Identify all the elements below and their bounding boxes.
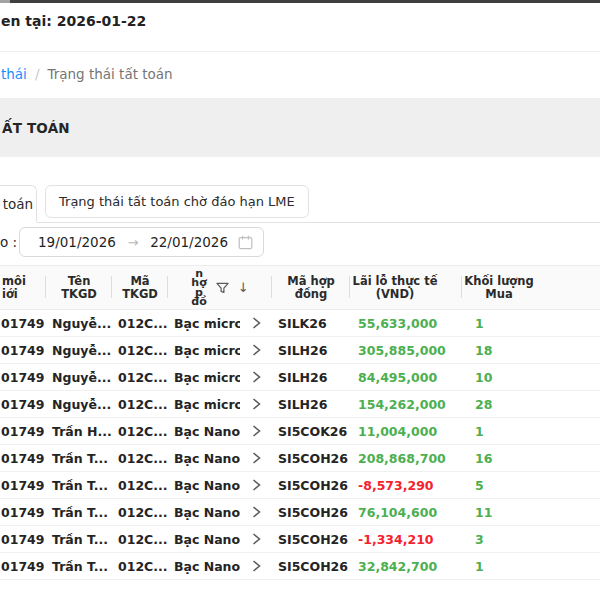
table-row: 01749Nguyễ...012C...Bạc micro ...SILH261…: [0, 391, 600, 418]
column-header-ten-hop-dong[interactable]: n hợ p đồ ↓: [168, 265, 272, 310]
expand-row-chevron-icon[interactable]: [252, 425, 261, 437]
cell-ten-tkgd: Trần T...: [46, 532, 112, 547]
cell-lai-lo-thuc-te: 11,004,000: [350, 424, 462, 439]
cell-lai-lo-thuc-te: 305,885,000: [350, 343, 462, 358]
cell-ten-tkgd: Trần T...: [46, 478, 112, 493]
expand-row-chevron-icon[interactable]: [252, 560, 261, 572]
cell-broker-code: 01749: [0, 505, 46, 520]
cell-expand: [240, 452, 272, 464]
from-date-input[interactable]: 19/01/2026: [38, 234, 116, 250]
date-range-picker[interactable]: 19/01/2026 → 22/01/2026: [19, 227, 264, 257]
window-top-bar-accent: [0, 0, 10, 3]
expand-row-chevron-icon[interactable]: [252, 398, 261, 410]
cell-ten-hop-dong: Bạc Nano ...: [168, 532, 240, 547]
cell-ten-hop-dong: Bạc micro ...: [168, 343, 240, 358]
cell-ten-tkgd: Trần T...: [46, 451, 112, 466]
cell-ma-tkgd: 012C...: [112, 532, 168, 547]
cell-khoi-luong-mua: 16: [462, 451, 600, 466]
column-header-khoi-luong-mua: Khối lượng Mua: [462, 265, 600, 310]
cell-ten-hop-dong: Bạc Nano ...: [168, 559, 240, 574]
cell-expand: [240, 371, 272, 383]
cell-ma-hop-dong: SILH26: [272, 370, 350, 385]
table-row: 01749Nguyễ...012C...Bạc micro ...SILK265…: [0, 310, 600, 337]
breadcrumb: thái / Trạng thái tất toán: [1, 66, 173, 82]
cell-broker-code: 01749: [0, 424, 46, 439]
cell-ma-tkgd: 012C...: [112, 478, 168, 493]
column-header-broker: môi iới: [0, 265, 46, 310]
expand-row-chevron-icon[interactable]: [252, 317, 261, 329]
column-header-ma-hop-dong: Mã hợp đồng: [272, 265, 350, 310]
tab-trang-thai-tat-toan[interactable]: toán: [0, 185, 37, 222]
breadcrumb-separator: /: [35, 66, 40, 82]
cell-lai-lo-thuc-te: 76,104,600: [350, 505, 462, 520]
cell-ma-tkgd: 012C...: [112, 424, 168, 439]
expand-row-chevron-icon[interactable]: [252, 479, 261, 491]
cell-ma-hop-dong: SI5COH26: [272, 559, 350, 574]
column-header-ten-tkgd: Tên TKGD: [46, 265, 112, 310]
cell-ma-tkgd: 012C...: [112, 316, 168, 331]
cell-lai-lo-thuc-te: 55,633,000: [350, 316, 462, 331]
cell-lai-lo-thuc-te: 32,842,700: [350, 559, 462, 574]
cell-ten-tkgd: Nguyễ...: [46, 343, 112, 358]
cell-expand: [240, 533, 272, 545]
cell-ma-hop-dong: SI5COH26: [272, 451, 350, 466]
expand-row-chevron-icon[interactable]: [252, 344, 261, 356]
cell-ten-hop-dong: Bạc Nano ...: [168, 424, 240, 439]
cell-ma-tkgd: 012C...: [112, 370, 168, 385]
cell-khoi-luong-mua: 1: [462, 559, 600, 574]
table-row: 01749Trần T...012C...Bạc Nano ...SI5COH2…: [0, 472, 600, 499]
page-title: ẤT TOÁN: [0, 120, 70, 136]
cell-khoi-luong-mua: 28: [462, 397, 600, 412]
cell-ten-hop-dong: Bạc micro ...: [168, 397, 240, 412]
cell-ten-tkgd: Nguyễ...: [46, 316, 112, 331]
cell-lai-lo-thuc-te: 84,495,000: [350, 370, 462, 385]
cell-ma-hop-dong: SI5COH26: [272, 478, 350, 493]
cell-ma-tkgd: 012C...: [112, 559, 168, 574]
cell-broker-code: 01749: [0, 478, 46, 493]
table-row: 01749Trần T...012C...Bạc Nano ...SI5COH2…: [0, 553, 600, 580]
cell-lai-lo-thuc-te: 208,868,700: [350, 451, 462, 466]
calendar-icon[interactable]: [238, 235, 253, 250]
cell-lai-lo-thuc-te: -1,334,210: [350, 532, 462, 547]
page-title-band: ẤT TOÁN: [0, 98, 600, 157]
cell-ma-hop-dong: SILH26: [272, 343, 350, 358]
cell-ten-hop-dong: Bạc micro ...: [168, 316, 240, 331]
filter-icon[interactable]: [216, 282, 229, 294]
table-row: 01749Trần T...012C...Bạc Nano ...SI5COH2…: [0, 445, 600, 472]
cell-broker-code: 01749: [0, 451, 46, 466]
table-row: 01749Nguyễ...012C...Bạc micro ...SILH268…: [0, 364, 600, 391]
column-header-lai-lo: Lãi lỗ thực tế (VND): [350, 265, 462, 310]
expand-row-chevron-icon[interactable]: [252, 533, 261, 545]
header-divider: [0, 51, 600, 52]
cell-ten-hop-dong: Bạc Nano ...: [168, 451, 240, 466]
cell-broker-code: 01749: [0, 397, 46, 412]
cell-expand: [240, 560, 272, 572]
cell-expand: [240, 398, 272, 410]
window-top-bar: [0, 0, 600, 3]
cell-khoi-luong-mua: 3: [462, 532, 600, 547]
sort-descending-icon[interactable]: ↓: [238, 281, 249, 294]
cell-ten-tkgd: Nguyễ...: [46, 370, 112, 385]
cell-ten-tkgd: Nguyễ...: [46, 397, 112, 412]
cell-broker-code: 01749: [0, 370, 46, 385]
table-row: 01749Trần H...012C...Bạc Nano ...SI5COK2…: [0, 418, 600, 445]
settlement-table: môi iới Tên TKGD Mã TKGD n hợ p đồ ↓: [0, 265, 600, 580]
table-row: 01749Trần T...012C...Bạc Nano ...SI5COH2…: [0, 499, 600, 526]
expand-row-chevron-icon[interactable]: [252, 371, 261, 383]
ten-hop-dong-label: n hợ p đồ: [191, 269, 206, 307]
cell-lai-lo-thuc-te: -8,573,290: [350, 478, 462, 493]
cell-expand: [240, 479, 272, 491]
tabbar-underline: [37, 222, 600, 223]
cell-ma-hop-dong: SILK26: [272, 316, 350, 331]
expand-row-chevron-icon[interactable]: [252, 452, 261, 464]
cell-khoi-luong-mua: 5: [462, 478, 600, 493]
cell-ten-tkgd: Trần T...: [46, 505, 112, 520]
breadcrumb-link[interactable]: thái: [1, 66, 27, 82]
cell-khoi-luong-mua: 10: [462, 370, 600, 385]
expand-row-chevron-icon[interactable]: [252, 506, 261, 518]
to-date-input[interactable]: 22/01/2026: [150, 234, 228, 250]
cell-khoi-luong-mua: 11: [462, 505, 600, 520]
tab-tat-toan-cho-dao-han-lme[interactable]: Trạng thái tất toán chờ đáo hạn LME: [45, 185, 309, 218]
cell-ma-tkgd: 012C...: [112, 397, 168, 412]
cell-khoi-luong-mua: 1: [462, 424, 600, 439]
